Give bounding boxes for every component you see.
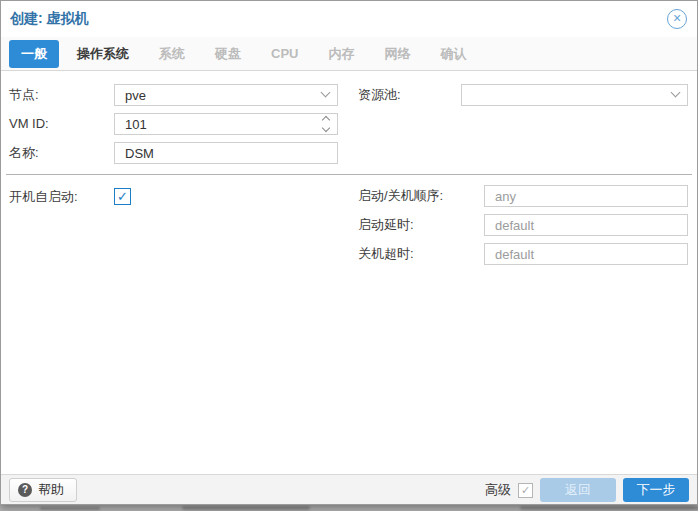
vm-id-label: VM ID: (9, 113, 49, 135)
resource-pool-label: 资源池: (358, 84, 401, 106)
tab-confirm: 确认 (428, 40, 478, 68)
background-content (520, 506, 698, 510)
shutdown-timeout-label: 关机超时: (358, 243, 414, 265)
tab-general[interactable]: 一般 (9, 40, 59, 68)
name-field[interactable] (114, 142, 338, 164)
tab-bar: 一般 操作系统 系统 硬盘 CPU 内存 网络 确认 (1, 37, 697, 71)
startup-order-field[interactable] (484, 185, 688, 207)
up-down-spinner-icon[interactable] (323, 117, 329, 131)
startup-delay-field[interactable] (484, 214, 688, 236)
shutdown-timeout-field[interactable] (484, 243, 688, 265)
back-button: 返回 (540, 478, 616, 502)
chevron-down-icon[interactable] (322, 89, 332, 99)
tab-os[interactable]: 操作系统 (65, 40, 141, 68)
tab-system: 系统 (147, 40, 197, 68)
startup-order-label: 启动/关机顺序: (358, 185, 443, 207)
section-divider (6, 174, 692, 175)
resource-pool-combobox[interactable] (461, 84, 688, 106)
start-at-boot-label: 开机自启动: (9, 186, 78, 208)
chevron-down-icon[interactable] (672, 89, 682, 99)
vm-id-spinner[interactable] (114, 113, 338, 135)
footer-actions: 高级 ✓ 返回 下一步 (485, 478, 689, 502)
close-icon[interactable]: × (667, 9, 687, 29)
name-label: 名称: (9, 142, 39, 164)
node-combobox[interactable] (114, 84, 338, 106)
startup-delay-label: 启动延时: (358, 214, 414, 236)
node-label: 节点: (9, 84, 39, 106)
tab-network: 网络 (372, 40, 422, 68)
help-button-label: 帮助 (38, 481, 64, 499)
question-circle-icon: ? (18, 483, 32, 497)
dialog-title: 创建: 虚拟机 (10, 10, 89, 28)
start-at-boot-checkbox[interactable]: ✓ (114, 188, 131, 205)
background-content (182, 506, 310, 510)
dialog-header: 创建: 虚拟机 × (1, 1, 697, 37)
tab-disks: 硬盘 (203, 40, 253, 68)
tab-memory: 内存 (316, 40, 366, 68)
next-button[interactable]: 下一步 (623, 478, 689, 502)
background-content (40, 507, 100, 510)
dialog-footer: ? 帮助 高级 ✓ 返回 下一步 (1, 474, 697, 504)
advanced-checkbox[interactable]: ✓ (518, 483, 533, 498)
help-button[interactable]: ? 帮助 (9, 478, 77, 502)
advanced-label: 高级 (485, 481, 511, 499)
form-body: 节点: 资源池: VM ID: 名称: 开机自启动: ✓ 启动/关机顺序: 启动… (1, 71, 697, 474)
tab-cpu: CPU (259, 41, 310, 66)
create-vm-dialog: 创建: 虚拟机 × 一般 操作系统 系统 硬盘 CPU 内存 网络 确认 节点:… (0, 0, 698, 505)
